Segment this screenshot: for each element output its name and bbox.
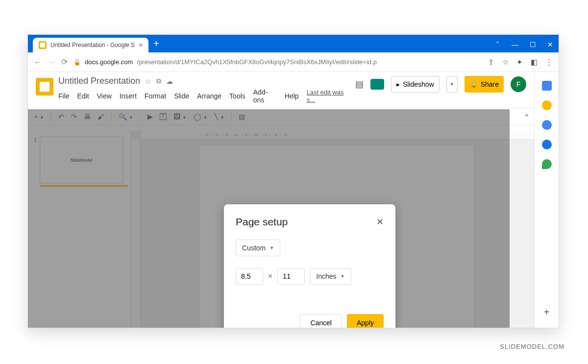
chevron-down-icon[interactable]: ˅ bbox=[493, 41, 502, 49]
kebab-menu-icon[interactable]: ⋮ bbox=[545, 58, 553, 67]
menu-insert[interactable]: Insert bbox=[120, 92, 137, 100]
calendar-icon[interactable] bbox=[542, 81, 552, 91]
menu-tools[interactable]: Tools bbox=[229, 92, 245, 100]
menu-help[interactable]: Help bbox=[285, 92, 299, 100]
thumb-number: 1 bbox=[34, 137, 37, 187]
menu-format[interactable]: Format bbox=[145, 92, 166, 100]
browser-tab[interactable]: Untitled Presentation - Google S × bbox=[33, 38, 148, 52]
add-addon-icon[interactable]: + bbox=[544, 307, 550, 318]
browser-window: Untitled Presentation - Google S × + ˅ —… bbox=[27, 34, 559, 328]
menu-addons[interactable]: Add-ons bbox=[253, 88, 277, 104]
close-tab-icon[interactable]: × bbox=[139, 41, 143, 49]
keep-icon[interactable] bbox=[542, 100, 552, 110]
forward-button[interactable]: → bbox=[48, 58, 55, 67]
slideshow-button[interactable]: ▸ Slideshow bbox=[391, 76, 440, 93]
slide-panel: 1 SlideModel bbox=[28, 131, 131, 328]
minimize-icon[interactable]: — bbox=[511, 41, 519, 49]
lock-icon: 🔒 bbox=[469, 80, 478, 88]
slideshow-dropdown[interactable]: ▼ bbox=[446, 76, 458, 93]
window-titlebar: Untitled Presentation - Google S × + ˅ —… bbox=[28, 35, 559, 52]
collapse-toolbar-icon[interactable]: ^ bbox=[525, 113, 528, 121]
cloud-status-icon[interactable]: ☁ bbox=[166, 77, 173, 85]
horizontal-ruler: · · · 1 · · · 2 · · · 3 · · · 4 · · · 5 … bbox=[141, 131, 534, 140]
account-avatar[interactable]: F bbox=[511, 76, 526, 92]
size-preset-dropdown[interactable]: Custom ▼ bbox=[236, 240, 280, 256]
unit-dropdown[interactable]: Inches ▼ bbox=[310, 268, 351, 285]
size-preset-value: Custom bbox=[242, 244, 266, 252]
textbox-tool[interactable]: 🅃 bbox=[160, 113, 167, 121]
contacts-icon[interactable] bbox=[542, 140, 552, 149]
meet-icon[interactable] bbox=[370, 79, 384, 90]
lock-icon: 🔒 bbox=[74, 59, 81, 66]
url-path: /presentation/d/1MYtCa2Qvh1X5fnbGFX8oGvl… bbox=[137, 58, 377, 66]
print-button[interactable]: 🖶 bbox=[84, 113, 91, 121]
new-slide-button[interactable]: + ▼ bbox=[34, 113, 44, 121]
address-bar: ← → ⟳ 🔒 docs.google.com/presentation/d/1… bbox=[28, 52, 559, 72]
menu-slide[interactable]: Slide bbox=[174, 92, 189, 100]
paint-format-button[interactable]: 🖌 bbox=[98, 113, 104, 121]
side-panel: + bbox=[534, 72, 559, 328]
dialog-title: Page setup bbox=[236, 216, 288, 228]
menu-file[interactable]: File bbox=[58, 92, 70, 100]
tasks-icon[interactable] bbox=[542, 120, 552, 130]
maps-icon[interactable] bbox=[542, 159, 552, 169]
apply-button[interactable]: Apply bbox=[347, 314, 384, 328]
share-button[interactable]: 🔒 Share bbox=[465, 76, 504, 93]
line-tool[interactable]: ╲ ▼ bbox=[214, 113, 224, 121]
move-icon[interactable]: ⧉ bbox=[156, 77, 161, 85]
sidepanel-icon[interactable]: ◧ bbox=[531, 58, 538, 67]
tab-title: Untitled Presentation - Google S bbox=[50, 42, 135, 49]
dimension-separator-icon: × bbox=[268, 272, 272, 281]
dialog-close-icon[interactable]: ✕ bbox=[376, 217, 384, 227]
url-host: docs.google.com bbox=[85, 58, 133, 66]
play-icon: ▸ bbox=[396, 80, 400, 88]
slide-thumbnail[interactable]: SlideModel bbox=[40, 137, 123, 183]
new-tab-button[interactable]: + bbox=[153, 38, 159, 49]
star-icon[interactable]: ☆ bbox=[145, 77, 151, 85]
chevron-down-icon: ▼ bbox=[270, 245, 274, 250]
share-label: Share bbox=[481, 80, 499, 88]
redo-button[interactable]: ↷ bbox=[71, 113, 77, 121]
comments-icon[interactable]: ▤ bbox=[355, 79, 364, 90]
comment-tool[interactable]: ▤ bbox=[239, 113, 245, 121]
thumb-selection-indicator bbox=[40, 185, 128, 187]
shape-tool[interactable]: ◯ ▼ bbox=[194, 113, 208, 121]
menu-view[interactable]: View bbox=[97, 92, 112, 100]
menu-arrange[interactable]: Arrange bbox=[197, 92, 221, 100]
toolbar: + ▼ ↶ ↷ 🖶 🖌 🔍 ▼ ▶ 🅃 🖼 ▼ ◯ ▼ ╲ ▼ ▤ ^ bbox=[28, 108, 534, 125]
last-edit-link[interactable]: Last edit was s... bbox=[307, 89, 350, 103]
menu-bar: File Edit View Insert Format Slide Arran… bbox=[58, 88, 350, 104]
bookmark-icon[interactable]: ☆ bbox=[502, 58, 509, 67]
extensions-icon[interactable]: ✦ bbox=[516, 58, 523, 67]
page-setup-dialog: Page setup ✕ Custom ▼ × Inches ▼ bbox=[224, 204, 395, 328]
share-url-icon[interactable]: ⇪ bbox=[488, 58, 494, 67]
doc-title[interactable]: Untitled Presentation bbox=[58, 76, 140, 86]
menu-edit[interactable]: Edit bbox=[77, 92, 89, 100]
height-input[interactable] bbox=[277, 268, 305, 285]
zoom-button[interactable]: 🔍 ▼ bbox=[119, 113, 133, 121]
width-input[interactable] bbox=[236, 268, 263, 285]
maximize-icon[interactable]: ☐ bbox=[528, 41, 537, 49]
watermark: SLIDEMODEL.COM bbox=[500, 343, 564, 350]
undo-button[interactable]: ↶ bbox=[58, 113, 64, 121]
select-tool[interactable]: ▶ bbox=[147, 113, 153, 121]
chevron-down-icon: ▼ bbox=[341, 274, 345, 279]
unit-value: Inches bbox=[316, 272, 336, 280]
cancel-button[interactable]: Cancel bbox=[300, 314, 342, 328]
doc-header: Untitled Presentation ☆ ⧉ ☁ File Edit Vi… bbox=[28, 72, 534, 108]
slideshow-label: Slideshow bbox=[403, 80, 434, 88]
close-window-icon[interactable]: ✕ bbox=[546, 41, 555, 49]
vertical-ruler bbox=[131, 140, 141, 328]
reload-button[interactable]: ⟳ bbox=[61, 57, 68, 67]
slides-logo-icon[interactable] bbox=[36, 78, 53, 96]
back-button[interactable]: ← bbox=[34, 58, 42, 67]
url-field[interactable]: 🔒 docs.google.com/presentation/d/1MYtCa2… bbox=[74, 58, 482, 66]
window-controls: ˅ — ☐ ✕ bbox=[493, 41, 555, 49]
slides-favicon-icon bbox=[39, 41, 47, 49]
image-tool[interactable]: 🖼 ▼ bbox=[173, 113, 187, 121]
app-main: Untitled Presentation ☆ ⧉ ☁ File Edit Vi… bbox=[28, 72, 534, 328]
